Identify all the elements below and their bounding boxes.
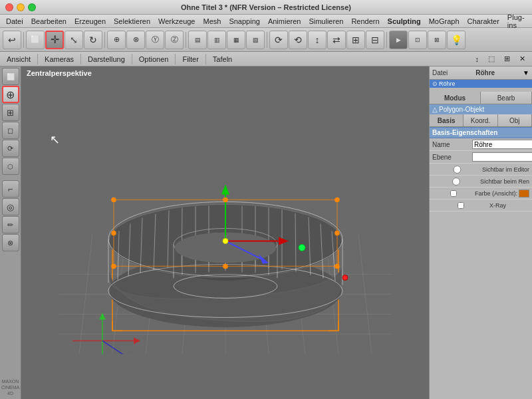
rs-object-entry[interactable]: ⊙ Röhre	[430, 80, 532, 88]
anim-btn-1[interactable]: ▤	[188, 31, 207, 49]
window-title: Ohne Titel 3 * (NFR Version – Restricted…	[181, 3, 351, 11]
view-optionen[interactable]: Optionen	[135, 55, 173, 64]
menu-mesh[interactable]: Mesh	[200, 17, 224, 26]
menu-werkzeuge[interactable]: Werkzeuge	[155, 17, 198, 26]
rs-color-swatch[interactable]	[519, 190, 529, 198]
tool-btn-2[interactable]: ⟲	[289, 31, 307, 49]
move-tool-button[interactable]: ✛	[45, 31, 64, 49]
light-btn[interactable]: 💡	[447, 31, 466, 49]
main-toolbar: ↩ ⬜ ✛ ⤡ ↻ ⊕ ⊗ Ⓨ Ⓩ ▤ ▥ ▦ ▧ ⟳ ⟲ ↕ ⇄ ⊞ ⊟ ▶ …	[0, 28, 532, 52]
traffic-lights	[5, 3, 36, 11]
menu-rendern[interactable]: Rendern	[348, 17, 382, 26]
tool-btn-5[interactable]: ⊞	[346, 31, 365, 49]
rs-properties-header: Basis-Eigenschaften	[430, 127, 532, 138]
close-button[interactable]	[5, 3, 13, 11]
tool-l-btn[interactable]: ⌐	[2, 180, 19, 198]
menu-selektieren[interactable]: Selektieren	[110, 17, 154, 26]
menu-sculpting[interactable]: Sculpting	[384, 17, 424, 26]
rs-icon-area: ▼	[523, 69, 529, 76]
anim-btn-2[interactable]: ▥	[207, 31, 226, 49]
rs-tab-bearb[interactable]: Bearb	[481, 92, 532, 104]
toolbar2-sep-2	[80, 54, 81, 65]
tool-btn-3[interactable]: ↕	[308, 31, 327, 49]
menu-datei[interactable]: Datei	[3, 17, 27, 26]
rs-radio-sichtbar-editor[interactable]	[432, 166, 482, 174]
view-darstellung[interactable]: Darstellung	[84, 55, 129, 64]
undo-button[interactable]: ↩	[3, 31, 21, 49]
tool-btn-4[interactable]: ⇄	[327, 31, 346, 49]
viewport[interactable]: Zentralperspektive	[21, 66, 429, 399]
tool-active-btn[interactable]: ⊕	[2, 86, 19, 103]
menu-charakter[interactable]: Charakter	[464, 17, 503, 26]
menu-bearbeiten[interactable]: Bearbeiten	[28, 17, 70, 26]
rs-sichtbar-ren-label: Sichtbar beim Ren	[480, 178, 529, 185]
anim-btn-4[interactable]: ▧	[246, 31, 265, 49]
menubar: Datei Bearbeiten Erzeugen Selektieren We…	[0, 15, 532, 28]
menu-plugins[interactable]: Plug-ins	[504, 13, 528, 30]
maximize-button[interactable]	[28, 3, 36, 11]
rs-mode-tabs: Modus Bearb	[430, 92, 532, 104]
rotate-tool-button[interactable]: ↻	[84, 31, 102, 49]
transform-btn-1[interactable]: ⊕	[107, 31, 126, 49]
tool-rotate-btn[interactable]: ⟳	[2, 140, 19, 157]
menu-skript[interactable]: Skript	[529, 17, 532, 26]
view-kameras[interactable]: Kameras	[41, 55, 78, 64]
svg-point-85	[335, 231, 339, 235]
render-btn-1[interactable]: ▶	[389, 31, 408, 49]
rs-checkbox-sichtbar-ren: Sichtbar beim Ren	[430, 176, 532, 188]
menu-simulieren[interactable]: Simulieren	[305, 17, 346, 26]
tool-view-btn[interactable]: ⬜	[2, 68, 19, 85]
tool-grid-btn[interactable]: ⊞	[2, 104, 19, 121]
render-btn-3[interactable]: ⊠	[428, 31, 446, 49]
tool-shape-btn[interactable]: ◻	[2, 122, 19, 139]
svg-point-79	[335, 198, 339, 201]
svg-point-70	[342, 275, 348, 280]
rs-ebene-label: Ebene	[432, 154, 472, 161]
svg-point-83	[223, 264, 227, 268]
rs-sichtbar-editor-label: Sichtbar im Editor	[482, 166, 529, 173]
viewport-ctrl-2[interactable]: ⬚	[484, 54, 499, 64]
tool-3d-btn[interactable]: ⬡	[2, 158, 19, 175]
view-tafeln[interactable]: Tafeln	[209, 55, 236, 64]
transform-btn-4[interactable]: Ⓩ	[165, 31, 184, 49]
menu-erzeugen[interactable]: Erzeugen	[71, 17, 109, 26]
viewport-canvas	[59, 101, 392, 354]
rs-checkbox-farbe-input[interactable]	[432, 190, 475, 197]
render-btn-2[interactable]: ⊡	[408, 31, 427, 49]
rs-checkbox-xray-input[interactable]	[432, 202, 489, 209]
menu-mograph[interactable]: MoGraph	[426, 17, 463, 26]
right-sidebar: Datei Röhre ▼ ⊙ Röhre Modus Bearb △ Poly…	[429, 66, 532, 399]
view-filter[interactable]: Filter	[178, 55, 202, 64]
viewport-ctrl-3[interactable]: ⊞	[500, 54, 514, 64]
menu-snapping[interactable]: Snapping	[225, 17, 263, 26]
viewport-ctrl-4[interactable]: ✕	[515, 54, 529, 64]
tool-btn-6[interactable]: ⊟	[366, 31, 384, 49]
scale-tool-button[interactable]: ⤡	[65, 31, 83, 49]
svg-point-80	[112, 264, 116, 268]
transform-btn-2[interactable]: ⊗	[126, 31, 145, 49]
toolbar2-sep-3	[132, 54, 132, 65]
svg-marker-74	[99, 313, 106, 319]
rs-tab-basis[interactable]: Basis	[430, 114, 464, 126]
rs-radio-sichtbar-ren[interactable]	[432, 178, 480, 186]
main-area: ⬜ ⊕ ⊞ ◻ ⟳ ⬡ ⌐ ◎ ✏ ⊗ MAXON CINEMA 4D Zent…	[0, 66, 532, 399]
rs-tab-obj[interactable]: Obj	[498, 114, 532, 126]
transform-btn-3[interactable]: Ⓨ	[146, 31, 164, 49]
tool-extra-btn[interactable]: ⊗	[2, 234, 19, 251]
select-tool-button[interactable]: ⬜	[26, 31, 45, 49]
tool-pen-btn[interactable]: ✏	[2, 216, 19, 233]
menu-animieren[interactable]: Animieren	[265, 17, 305, 26]
rs-ebene-input[interactable]	[472, 152, 532, 162]
rs-object-label: Röhre	[439, 80, 456, 87]
anim-btn-3[interactable]: ▦	[227, 31, 245, 49]
rs-tab-modus[interactable]: Modus	[430, 92, 481, 104]
view-ansicht[interactable]: Ansicht	[3, 55, 35, 64]
minimize-button[interactable]	[17, 3, 25, 11]
rs-tab-koord[interactable]: Koord.	[464, 114, 497, 126]
svg-marker-72	[134, 337, 140, 344]
viewport-ctrl-1[interactable]: ↕	[471, 55, 483, 64]
tool-circle-btn[interactable]: ◎	[2, 198, 19, 215]
rs-ebene-row: Ebene	[430, 151, 532, 164]
rs-name-input[interactable]	[472, 140, 532, 149]
tool-btn-1[interactable]: ⟳	[269, 31, 288, 49]
